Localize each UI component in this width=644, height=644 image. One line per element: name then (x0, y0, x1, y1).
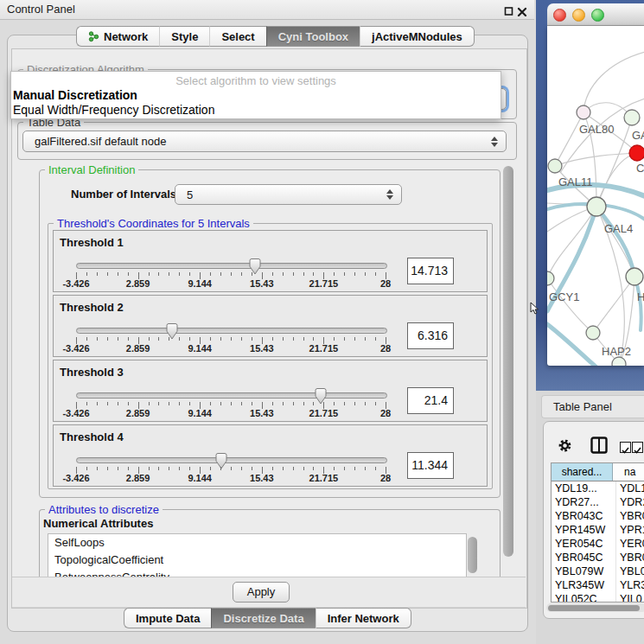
tick-label: 15.43 (250, 343, 274, 354)
tick-label: 28 (380, 473, 391, 483)
algorithm-option-manual[interactable]: Manual Discretization (13, 88, 137, 102)
tick-mark (169, 337, 169, 341)
tab-infer-network[interactable]: Infer Network (316, 608, 411, 628)
tab-impute-data[interactable]: Impute Data (124, 608, 211, 628)
network-node[interactable] (587, 197, 606, 216)
threshold-3-slider-track[interactable] (76, 392, 387, 399)
table-row[interactable]: YPR145WYPR1 (552, 523, 644, 537)
zoom-traffic-light[interactable] (591, 9, 604, 22)
checkbox-icon[interactable] (620, 442, 631, 453)
tick-mark (241, 272, 242, 276)
threshold-2-slider-track[interactable] (76, 328, 387, 334)
tick-mark (231, 272, 232, 276)
control-panel-titlebar: Control Panel (0, 0, 534, 20)
gear-icon[interactable] (558, 438, 572, 453)
table-panel-section: Table Panel shared... na YDL19...YDL1YDR… (536, 391, 644, 644)
table-data-combobox[interactable]: galFiltered.sif default node (22, 131, 507, 152)
tick-mark (107, 467, 108, 470)
slider-tick-labels: -3.4262.8599.14415.4321.71528 (76, 278, 386, 289)
apply-strip: Apply (12, 577, 526, 608)
tick-mark (210, 272, 211, 276)
tick-mark (334, 337, 335, 341)
tick-mark (158, 402, 159, 405)
tick-label: 21.715 (309, 473, 339, 483)
tick-mark (354, 467, 355, 470)
apply-button[interactable]: Apply (233, 582, 290, 603)
attribute-item-topologicalcoefficient[interactable]: TopologicalCoefficient (48, 552, 466, 569)
float-button[interactable] (504, 4, 514, 15)
network-node[interactable] (548, 159, 562, 173)
table-row[interactable]: YDL19...YDL1 (552, 481, 644, 495)
tab-jactivemnodules[interactable]: jActiveMNodules (360, 26, 475, 47)
tick-mark (344, 467, 345, 470)
network-node[interactable] (547, 271, 554, 285)
tab-style[interactable]: Style (159, 26, 209, 47)
table-horizontal-scrollbar[interactable] (546, 603, 644, 612)
table-row[interactable]: YBR043CYBR0 (552, 509, 644, 523)
number-of-intervals-combobox[interactable]: 5 (175, 184, 402, 205)
screen: { "panel": { "title": "Control Panel" },… (0, 0, 644, 644)
close-button[interactable] (517, 4, 527, 15)
attribute-item-selfloops[interactable]: SelfLoops (48, 534, 466, 552)
column-header-shared-name[interactable]: shared... (552, 463, 613, 481)
algorithm-option-equal-width[interactable]: Equal Width/Frequency Discretization (13, 103, 214, 117)
threshold-2-value-field[interactable]: 6.316 (407, 322, 454, 349)
table-row[interactable]: YIL052CYIL0 (552, 592, 644, 602)
column-header-name[interactable]: na (613, 463, 644, 481)
threshold-4-slider-track[interactable] (76, 457, 387, 463)
tick-mark (149, 467, 150, 470)
table-row[interactable]: YBR045CYBR0 (552, 551, 644, 564)
network-node[interactable] (626, 268, 643, 285)
network-node[interactable] (586, 326, 600, 340)
attributes-list-scrollbar[interactable] (468, 537, 477, 573)
tick-mark (231, 337, 232, 341)
tick-mark (252, 337, 252, 341)
checkbox-icon[interactable] (632, 442, 643, 453)
numerical-attributes-list[interactable]: SelfLoopsTopologicalCoefficientBetweenne… (48, 533, 467, 577)
tick-mark (375, 337, 376, 341)
panel-vertical-scrollbar[interactable] (503, 166, 513, 557)
table-panel-title: Table Panel (541, 395, 644, 418)
tick-label: 21.715 (309, 343, 339, 354)
tick-mark (293, 467, 294, 470)
threshold-1-slider-track[interactable] (76, 263, 387, 269)
tick-mark (210, 402, 211, 405)
network-canvas[interactable]: GAL80GAGAL11CGAL4GCY1HHAP2 (547, 26, 644, 366)
split-table-icon[interactable] (590, 437, 608, 454)
tick-label: 9.144 (188, 408, 212, 418)
tick-label: 21.715 (309, 278, 339, 289)
table-data-value: galFiltered.sif default node (23, 135, 488, 148)
tick-label: 9.144 (188, 343, 212, 354)
tick-mark (169, 272, 169, 276)
interval-definition-title: Interval Definition (45, 163, 138, 176)
threshold-1-value-field[interactable]: 14.713 (407, 258, 454, 284)
network-window-frame: GAL80GAGAL11CGAL4GCY1HHAP2 (536, 0, 644, 391)
tick-mark (189, 337, 190, 341)
top-tab-bar: NetworkStyleSelectCyni ToolboxjActiveMNo… (76, 26, 475, 47)
network-node[interactable] (624, 110, 640, 125)
table-row[interactable]: YER054CYER0 (552, 537, 644, 551)
network-node[interactable] (577, 105, 590, 119)
threshold-3-value-field[interactable]: 21.4 (407, 387, 454, 414)
tick-mark (375, 402, 376, 405)
network-window-titlebar[interactable] (547, 3, 644, 26)
tick-label: 15.43 (250, 278, 274, 289)
tick-mark (365, 337, 366, 341)
tab-network[interactable]: Network (76, 26, 159, 47)
network-node[interactable] (629, 145, 644, 161)
tick-mark (293, 337, 294, 341)
tab-select[interactable]: Select (209, 26, 265, 47)
network-node[interactable] (612, 357, 626, 366)
table-row[interactable]: YLR345WYLR3 (552, 578, 644, 592)
table-row[interactable]: YBL079WYBL0 (552, 564, 644, 578)
threshold-4-value-field[interactable]: 11.344 (407, 452, 454, 479)
network-edge-highlighted (596, 207, 634, 277)
close-traffic-light[interactable] (553, 9, 566, 22)
tick-mark (365, 467, 366, 470)
table-row[interactable]: YDR27...YDR2 (552, 495, 644, 509)
tab-cyni-toolbox[interactable]: Cyni Toolbox (266, 26, 360, 47)
tab-discretize-data[interactable]: Discretize Data (211, 608, 315, 628)
minimize-traffic-light[interactable] (572, 9, 585, 22)
tick-mark (97, 402, 98, 405)
threshold-4-label: Threshold 4 (60, 430, 124, 443)
